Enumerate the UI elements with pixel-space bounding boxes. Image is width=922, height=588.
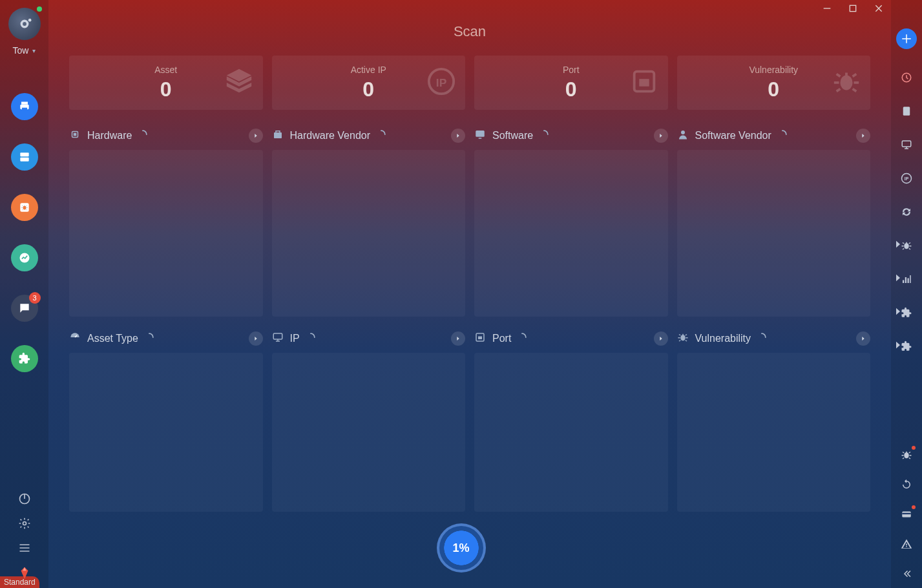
panel-hardware: Hardware bbox=[69, 125, 263, 328]
warning-icon[interactable] bbox=[899, 536, 914, 552]
bug-icon bbox=[832, 67, 861, 99]
monitor-icon[interactable] bbox=[899, 137, 914, 152]
panel-body bbox=[272, 353, 466, 512]
panel-expand-button[interactable] bbox=[451, 129, 465, 143]
sync-icon[interactable] bbox=[899, 204, 914, 220]
stat-value: 0 bbox=[565, 78, 577, 101]
panel-software: Software bbox=[474, 125, 668, 328]
stat-value: 0 bbox=[768, 78, 779, 101]
panel-expand-button[interactable] bbox=[856, 331, 870, 346]
bug-icon bbox=[677, 331, 689, 346]
nav-server[interactable] bbox=[11, 143, 38, 171]
run-puzzle-icon[interactable] bbox=[899, 305, 914, 320]
loading-spinner-icon bbox=[145, 333, 154, 344]
panel-body bbox=[69, 353, 263, 512]
stat-card-port[interactable]: Port 0 bbox=[474, 56, 668, 110]
panel-header: Software Vendor bbox=[677, 125, 871, 146]
main-content: Scan Asset 0 Active IP 0 Port 0 Vulnerab… bbox=[48, 17, 891, 588]
run-puzzle2-icon[interactable] bbox=[899, 339, 914, 354]
ip-icon bbox=[426, 67, 456, 99]
close-button[interactable] bbox=[873, 3, 885, 14]
menu-icon[interactable] bbox=[18, 541, 31, 557]
port-icon bbox=[629, 67, 659, 99]
panel-expand-button[interactable] bbox=[249, 129, 263, 143]
panel-expand-button[interactable] bbox=[451, 331, 465, 346]
loading-spinner-icon bbox=[778, 130, 787, 142]
panel-row-2: Asset Type IP Port Vulnerability bbox=[69, 328, 870, 523]
run-bug-icon[interactable] bbox=[899, 238, 914, 253]
history-icon[interactable] bbox=[899, 70, 914, 85]
loading-spinner-icon bbox=[540, 130, 549, 142]
panel-title: Hardware Vendor bbox=[290, 130, 371, 142]
vendor-icon bbox=[272, 129, 284, 143]
refresh-icon[interactable] bbox=[899, 477, 914, 492]
monitor-icon bbox=[272, 331, 284, 346]
panel-title: Software bbox=[492, 130, 533, 142]
panel-header: IP bbox=[272, 328, 466, 349]
panel-header: Software bbox=[474, 125, 668, 146]
panel-vulnerability: Vulnerability bbox=[677, 328, 871, 523]
stat-card-active-ip[interactable]: Active IP 0 bbox=[272, 56, 466, 110]
power-icon[interactable] bbox=[18, 492, 31, 508]
left-sidebar: Tow 3 bbox=[0, 0, 48, 588]
panel-title: Vulnerability bbox=[695, 333, 751, 344]
panel-body bbox=[677, 353, 871, 512]
loading-spinner-icon bbox=[377, 130, 386, 142]
nav-analytics[interactable] bbox=[11, 244, 38, 271]
software-icon bbox=[474, 129, 486, 143]
panel-header: Port bbox=[474, 328, 668, 349]
maximize-button[interactable] bbox=[847, 3, 859, 14]
stat-card-asset[interactable]: Asset 0 bbox=[69, 56, 263, 110]
svg-rect-27 bbox=[850, 5, 855, 11]
stat-row: Asset 0 Active IP 0 Port 0 Vulnerability… bbox=[69, 56, 870, 110]
nav-extensions[interactable] bbox=[11, 345, 38, 372]
panel-expand-button[interactable] bbox=[654, 331, 668, 346]
panel-expand-button[interactable] bbox=[654, 129, 668, 143]
panel-expand-button[interactable] bbox=[249, 331, 263, 346]
stat-label: Port bbox=[563, 65, 580, 75]
add-button[interactable] bbox=[896, 28, 917, 49]
panel-hardware-vendor: Hardware Vendor bbox=[272, 125, 466, 328]
panel-title: Asset Type bbox=[87, 333, 138, 344]
stat-label: Vulnerability bbox=[749, 65, 798, 75]
right-sidebar bbox=[891, 0, 922, 588]
window-controls bbox=[48, 0, 891, 17]
panel-title: Software Vendor bbox=[695, 130, 771, 142]
panel-body bbox=[69, 150, 263, 317]
card-icon[interactable] bbox=[899, 507, 914, 522]
workspace-label: Tow bbox=[13, 45, 29, 56]
page-title: Scan bbox=[69, 23, 870, 40]
panel-header: Asset Type bbox=[69, 328, 263, 349]
ip-icon[interactable] bbox=[899, 171, 914, 186]
panel-expand-button[interactable] bbox=[856, 129, 870, 143]
loading-spinner-icon bbox=[757, 333, 766, 344]
bug-alert-icon[interactable] bbox=[899, 447, 914, 463]
loading-spinner-icon bbox=[138, 130, 147, 142]
stat-value: 0 bbox=[160, 78, 172, 101]
report-icon[interactable] bbox=[899, 103, 914, 119]
panel-header: Hardware Vendor bbox=[272, 125, 466, 146]
panel-body bbox=[272, 150, 466, 317]
panel-row-1: Hardware Hardware Vendor Software bbox=[69, 125, 870, 328]
loading-spinner-icon bbox=[518, 333, 527, 344]
panel-body bbox=[474, 353, 668, 512]
panel-header: Vulnerability bbox=[677, 328, 871, 349]
loading-spinner-icon bbox=[306, 333, 315, 344]
workspace-selector[interactable]: Tow bbox=[13, 45, 36, 56]
panel-software-vendor: Software Vendor bbox=[677, 125, 871, 328]
stat-card-vulnerability[interactable]: Vulnerability 0 bbox=[677, 56, 871, 110]
scan-progress[interactable]: 1% bbox=[437, 523, 486, 572]
minimize-button[interactable] bbox=[821, 3, 833, 14]
port-icon bbox=[474, 331, 486, 346]
app-logo[interactable] bbox=[8, 8, 41, 40]
nav-vulnerability[interactable] bbox=[11, 194, 38, 221]
panel-body bbox=[677, 150, 871, 317]
stat-value: 0 bbox=[362, 78, 374, 101]
gear-icon[interactable] bbox=[18, 517, 31, 532]
nav-printer[interactable] bbox=[11, 93, 38, 120]
run-chart-icon[interactable] bbox=[899, 271, 914, 287]
nav-chat[interactable]: 3 bbox=[11, 295, 38, 322]
collapse-icon[interactable] bbox=[899, 566, 914, 582]
panel-title: Hardware bbox=[87, 130, 132, 142]
panel-ip: IP bbox=[272, 328, 466, 523]
